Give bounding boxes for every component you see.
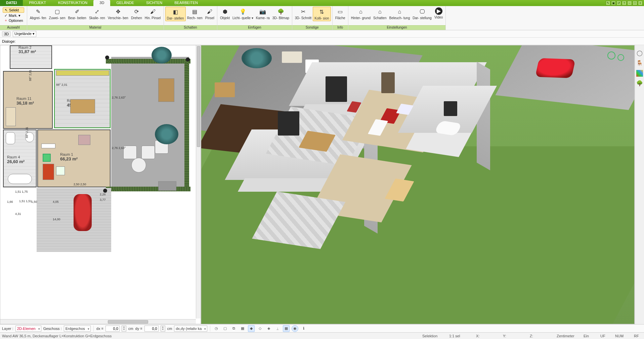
pane-2d[interactable]: Raum 2 31,87 m² Raum 11 36,18 m² Raum 3 … (0, 45, 201, 324)
tab-3d[interactable]: 3D (93, 0, 110, 6)
darstellen-button[interactable]: ◧Dar- stellen (165, 7, 186, 21)
objekt-button[interactable]: ⬢Objekt (219, 7, 231, 21)
cursor-icon: ↖ (4, 8, 8, 12)
rail-orbit-icon[interactable]: ◯ (636, 50, 643, 57)
kamera-button[interactable]: 📷Kame- ra (255, 7, 271, 21)
clock-icon[interactable]: ◷ (213, 325, 220, 332)
skalieren-button[interactable]: ⤢Skalie- ren (88, 7, 106, 21)
scrollbar-vertical[interactable] (196, 45, 201, 318)
schatten-settings-button[interactable]: ⌂Schatten (372, 7, 388, 21)
dim-label: 4,31 (15, 212, 21, 216)
dy-spinner[interactable]: ▲▼ (161, 326, 165, 332)
calc-icon: ▤ (191, 7, 199, 15)
rail-furniture-icon[interactable]: 🪑 (636, 60, 643, 67)
collision-icon: ⇅ (318, 8, 326, 16)
tab-konstruktion[interactable]: KONSTRUKTION (52, 0, 93, 6)
shadow-show-icon: ◧ (171, 8, 179, 16)
bitmap-button[interactable]: 🌳3D- Bitmap (271, 7, 291, 21)
room-label: Raum 11 (16, 97, 32, 101)
dim-label: 2,76 2,63° (112, 96, 126, 99)
dy-input[interactable]: 0,0 (144, 326, 159, 332)
room-label: Raum 1 (60, 152, 73, 156)
bg-icon: ⌂ (357, 7, 365, 15)
status-bar: Wand AW 36,5 m, Deckenauflager L=Konstru… (0, 332, 644, 339)
link-icon[interactable]: ⧉ (230, 325, 237, 332)
lighting-icon: ⌂ (395, 7, 403, 15)
dim-label: 88° 2,01 (29, 70, 32, 81)
brush2-icon: 🖌 (206, 7, 214, 15)
hinpinsel-button[interactable]: 🖌Hin. Pinsel (143, 7, 162, 21)
info-icon[interactable]: ℹ (300, 325, 307, 332)
view-mode-tag[interactable]: 3D (2, 31, 11, 37)
workspace: Raum 2 31,87 m² Raum 11 36,18 m² Raum 3 … (0, 45, 644, 324)
dim-label: 2,50 2,50 (74, 183, 86, 186)
tool-icon[interactable]: ↺ (616, 1, 621, 5)
abgreifen-button[interactable]: ✎Abgrei- fen (29, 7, 48, 21)
layer-combo[interactable]: 2D-Elemen (15, 326, 41, 332)
maximize-icon[interactable]: □ (633, 1, 637, 5)
selekt-button[interactable]: ↖Selekt (3, 7, 24, 13)
terrain-combo[interactable]: Urgelände ▾ (13, 31, 36, 37)
car-2d (74, 194, 92, 231)
scrollbar-horizontal[interactable] (0, 319, 196, 324)
snap-perp-icon[interactable]: ⟂ (274, 325, 281, 332)
rail-palette-icon[interactable]: ▦ (636, 70, 643, 77)
lichtquelle-button[interactable]: 💡Licht- quelle ▾ (231, 7, 255, 21)
group-einstellungen: Einstellungen (348, 25, 446, 30)
dim-label: 1,51 1,75 (15, 190, 28, 193)
tab-bearbeiten[interactable]: BEARBEITEN (168, 0, 204, 6)
video-button[interactable]: ▶Video (433, 7, 444, 20)
tool-icon[interactable]: ▣ (611, 1, 616, 5)
help-lines-icon[interactable]: ◉ (292, 325, 298, 332)
rail-tree-icon[interactable]: 🌳 (636, 80, 643, 87)
geschoss-combo[interactable]: Erdgeschos (64, 326, 91, 332)
hintergrund-button[interactable]: ⌂Hinter- grund (350, 7, 372, 21)
group-info: Info (333, 25, 348, 30)
dim-label: 14,00 (53, 218, 60, 221)
tab-datei[interactable]: DATEI (0, 0, 23, 6)
minimize-icon[interactable]: – (627, 1, 632, 5)
zuweisen-button[interactable]: ▢Zuwei- sen (48, 7, 67, 21)
eyedropper-icon: ✎ (34, 7, 42, 15)
screen-icon[interactable]: ▢ (222, 325, 228, 332)
nav-compass[interactable] (606, 50, 625, 64)
optionen-button[interactable]: ＋Optionen (3, 18, 24, 23)
room-area: 26,60 m² (7, 159, 25, 164)
snap-int-icon[interactable]: ◈ (265, 325, 272, 332)
darstellung-button[interactable]: 🖵Dar- stellung (411, 7, 433, 21)
bearbeiten-button[interactable]: ✐Bear- beiten (67, 7, 87, 21)
rechnen-button[interactable]: ▤Rech- nen (186, 7, 204, 21)
assign-icon: ▢ (53, 7, 61, 15)
status-rf: RF (634, 334, 642, 338)
schnitt-button[interactable]: ✂3D- Schnitt (294, 7, 313, 21)
grid-icon[interactable]: ▦ (239, 325, 246, 332)
group-schatten: Schatten (164, 25, 217, 30)
tab-gelaende[interactable]: GELÄNDE (110, 0, 140, 6)
pane-3d[interactable] (201, 45, 635, 324)
verschieben-button[interactable]: ✥Verschie- ben (106, 7, 130, 21)
dx-spinner[interactable]: ▲▼ (122, 326, 126, 332)
mark-button[interactable]: ✓Mark. ▾ (3, 13, 24, 18)
kollision-button[interactable]: ⇅Kolli- sion (313, 7, 331, 21)
room-area: 36,18 m² (16, 101, 34, 106)
tool-icon[interactable]: ✎ (606, 1, 610, 5)
area-icon: ▭ (336, 7, 344, 15)
beleuchtung-button[interactable]: ⌂Beleuch- tung (388, 7, 412, 21)
dx-input[interactable]: 0,0 (105, 326, 120, 332)
tab-projekt[interactable]: PROJEKT (23, 0, 52, 6)
edit-icon: ✐ (73, 7, 81, 15)
help-icon[interactable]: ? (622, 1, 627, 5)
snap-end-icon[interactable]: ◇ (257, 325, 263, 332)
tab-sichten[interactable]: SICHTEN (140, 0, 168, 6)
shadow2-icon: ⌂ (376, 7, 384, 15)
ortho-icon[interactable]: ▦ (283, 325, 290, 332)
close-icon[interactable]: × (638, 1, 643, 5)
side-rail: ◯ 🪑 ▦ 🌳 (635, 45, 644, 324)
drehen-button[interactable]: ⟳Drehen (130, 7, 143, 21)
coord-mode-combo[interactable]: dx,dy (relativ ka (174, 326, 207, 332)
flaeche-button[interactable]: ▭Fläche (334, 7, 347, 21)
ribbon: ↖Selekt ✓Mark. ▾ ＋Optionen Auswahl ✎Abgr… (0, 6, 644, 30)
snap-mid-icon[interactable]: ◆ (248, 325, 255, 332)
pinsel-button[interactable]: 🖌Pinsel (204, 7, 216, 21)
dx-label: dx = (96, 327, 103, 331)
